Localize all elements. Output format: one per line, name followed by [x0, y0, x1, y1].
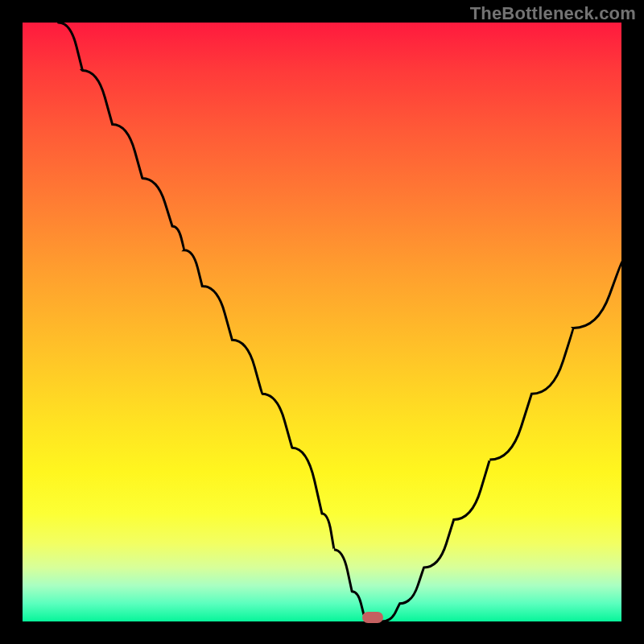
curve-svg [23, 23, 621, 621]
plot-area [23, 23, 621, 621]
bottleneck-curve-path [59, 23, 621, 621]
watermark-text: TheBottleneck.com [470, 3, 636, 24]
chart-frame: TheBottleneck.com [0, 0, 644, 644]
min-marker [362, 612, 383, 623]
